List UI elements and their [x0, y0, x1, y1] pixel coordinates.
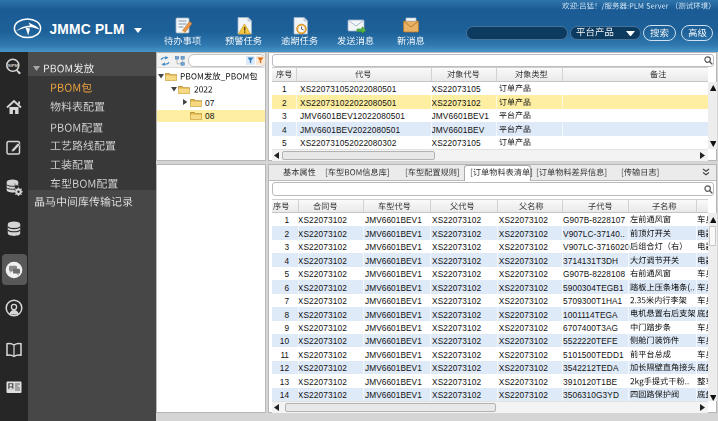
svg-text:SIPM: SIPM	[8, 63, 19, 68]
